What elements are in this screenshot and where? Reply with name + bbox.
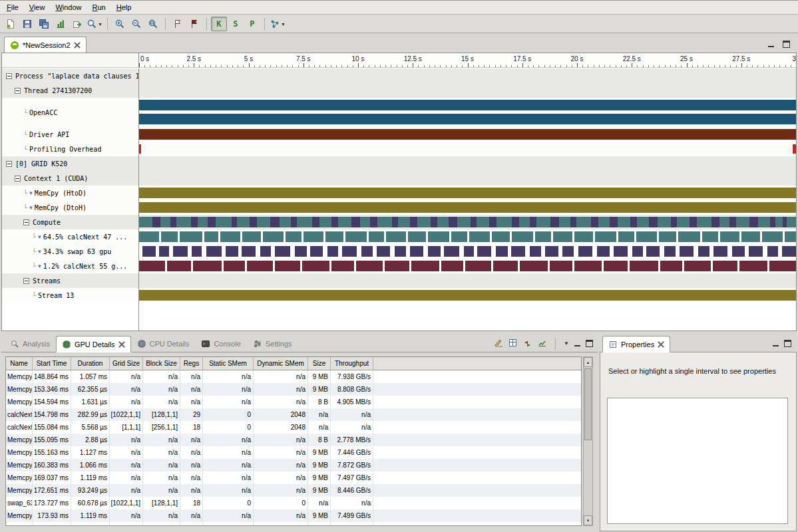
interval-bar[interactable] [451, 231, 468, 242]
track-thread[interactable] [139, 83, 796, 98]
table-row[interactable]: Memcpy160.383 ms1.066 msn/an/an/an/an/a9… [6, 459, 581, 471]
interval-bar[interactable] [331, 217, 338, 227]
interval-bar[interactable] [660, 261, 683, 271]
interval-bar[interactable] [370, 217, 377, 227]
interval-bar[interactable] [410, 246, 424, 257]
interval-bar[interactable] [576, 217, 591, 227]
layout-button[interactable] [508, 338, 518, 349]
interval-bar[interactable] [377, 246, 390, 257]
interval-bar[interactable] [369, 231, 384, 242]
table-row[interactable]: Memcpy173.93 ms1.119 msn/an/an/an/an/a9 … [6, 509, 581, 522]
interval-bar[interactable] [220, 231, 240, 242]
expander-minus-icon[interactable] [15, 88, 21, 94]
interval-bar[interactable] [793, 144, 796, 154]
interval-bar[interactable] [618, 231, 635, 242]
filter-icon[interactable]: ▼ [29, 205, 33, 211]
interval-bar[interactable] [226, 246, 238, 257]
interval-bar[interactable] [167, 261, 191, 271]
interval-bar[interactable] [741, 231, 760, 242]
interval-bar[interactable] [310, 246, 323, 257]
column-header-size[interactable]: Size [308, 357, 331, 370]
interval-bar[interactable] [649, 217, 658, 227]
interval-bar[interactable] [678, 231, 700, 242]
table-row[interactable]: swap_63173.727 ms60.678 µs[1022,1,1][128… [6, 497, 581, 509]
save-all-button[interactable] [36, 17, 52, 31]
interval-bar[interactable] [204, 231, 219, 242]
column-header-static-smem[interactable]: Static SMem [203, 357, 254, 370]
interval-bar[interactable] [242, 231, 261, 242]
interval-bar[interactable] [159, 246, 170, 257]
column-header-duration[interactable]: Duration [71, 357, 110, 370]
interval-bar[interactable] [492, 231, 510, 242]
interval-bar[interactable] [646, 246, 660, 257]
column-header-dynamic-smem[interactable]: Dynamic SMem [254, 357, 308, 370]
interval-bar[interactable] [677, 217, 690, 227]
interval-bar[interactable] [767, 246, 779, 257]
expander-minus-icon[interactable] [23, 219, 29, 225]
interval-bar[interactable] [242, 246, 256, 257]
analysis-button[interactable]: ▼ [269, 17, 286, 31]
interval-bar[interactable] [232, 217, 237, 227]
interval-bar[interactable] [511, 246, 526, 257]
magnifier-dropdown-button[interactable]: ▼ [86, 17, 103, 31]
track-context-1[interactable] [139, 171, 796, 186]
interval-bar[interactable] [604, 261, 628, 271]
interval-bar[interactable] [342, 246, 357, 257]
interval-bar[interactable] [671, 217, 677, 227]
interval-bar[interactable] [785, 231, 796, 242]
expander-minus-icon[interactable] [23, 278, 29, 284]
interval-bar[interactable] [356, 261, 383, 271]
report-button[interactable] [53, 17, 69, 31]
column-header-grid-size[interactable]: Grid Size [110, 357, 143, 370]
interval-bar[interactable] [758, 217, 770, 227]
interval-bar[interactable] [535, 231, 551, 242]
minimize-button[interactable] [767, 41, 775, 48]
interval-bar[interactable] [180, 231, 202, 242]
interval-bar[interactable] [762, 231, 783, 242]
interval-bar[interactable] [595, 231, 616, 242]
interval-bar[interactable] [303, 231, 324, 242]
interval-bar[interactable] [208, 217, 216, 227]
interval-bar[interactable] [176, 217, 191, 227]
interval-bar[interactable] [550, 217, 559, 227]
interval-bar[interactable] [291, 217, 297, 227]
interval-bar[interactable] [610, 217, 618, 227]
table-scrollbar[interactable]: ▲ ▼ [583, 356, 593, 526]
interval-bar[interactable] [465, 261, 491, 271]
tree-row-compute[interactable]: Compute [2, 215, 138, 229]
interval-bar[interactable] [325, 231, 343, 242]
interval-bar[interactable] [732, 246, 745, 257]
interval-bar[interactable] [295, 246, 307, 257]
interval-bar[interactable] [591, 217, 598, 227]
tab-newsession2[interactable]: *NewSession2 [4, 37, 87, 53]
column-header-block-size[interactable]: Block Size [143, 357, 180, 370]
maximize-button[interactable] [783, 41, 790, 48]
interval-bar[interactable] [464, 246, 475, 257]
interval-bar[interactable] [437, 217, 449, 227]
interval-bar[interactable] [630, 261, 658, 271]
interval-bar[interactable] [395, 246, 406, 257]
tree-row-openacc[interactable]: └OpenACC [2, 98, 138, 127]
interval-bar[interactable] [489, 217, 497, 227]
track-grid-k520[interactable] [139, 156, 796, 171]
interval-bar[interactable] [398, 217, 410, 227]
table-row[interactable]: Memcpy179.163 ms1.073 msn/an/an/an/an/a9… [6, 522, 581, 526]
interval-bar[interactable] [553, 231, 573, 242]
interval-bar[interactable] [139, 231, 159, 242]
tree-row-profiling-overhead[interactable]: └Profiling Overhead [2, 142, 138, 156]
maximize-button[interactable] [784, 340, 791, 347]
interval-bar[interactable] [428, 231, 449, 242]
interval-bar[interactable] [782, 246, 796, 257]
interval-bar[interactable] [441, 261, 463, 271]
column-header-start-time[interactable]: Start Time [33, 357, 71, 370]
interval-bar[interactable] [237, 217, 250, 227]
expander-minus-icon[interactable] [6, 161, 12, 167]
zoom-in-button[interactable] [112, 17, 128, 31]
interval-bar[interactable] [536, 217, 550, 227]
interval-bar[interactable] [690, 217, 697, 227]
track-kernel-calcnext-55[interactable] [139, 259, 796, 273]
track-compute[interactable] [139, 215, 796, 229]
menu-file[interactable]: File [1, 1, 24, 13]
interval-bar[interactable] [444, 246, 459, 257]
interval-bar[interactable] [280, 217, 291, 227]
